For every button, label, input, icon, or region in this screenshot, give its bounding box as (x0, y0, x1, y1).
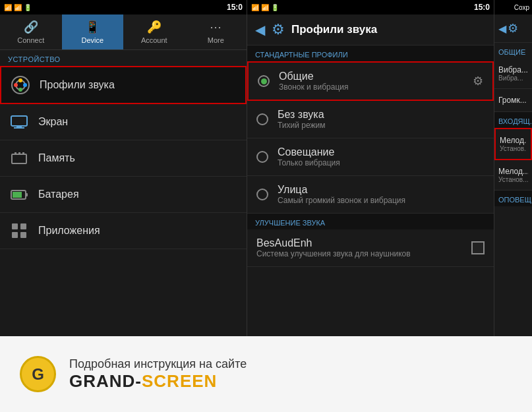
status-icons-2-left: 📶 📶 🔋 (251, 4, 279, 11)
grand-logo-letter: G (32, 365, 44, 384)
status-bar-3: Сохр (494, 0, 532, 15)
enhance-checkbox[interactable] (471, 241, 485, 254)
svg-rect-18 (12, 232, 18, 238)
device-icon: 📱 (85, 20, 100, 34)
account-icon: 🔑 (147, 20, 162, 34)
tab-account-label: Account (141, 36, 167, 44)
svg-point-3 (18, 88, 22, 92)
profile-meeting[interactable]: Совещание Только вибрация (247, 138, 494, 176)
panel3-gromk-text: Громк... (498, 96, 528, 105)
banner-line2-part2: SCREEN (142, 371, 217, 391)
panel-device: 📶 📶 🔋 15:0 🔗 Connect 📱 Device 🔑 Account … (0, 0, 247, 336)
panel3-general-section: ОБЩИЕ (494, 43, 532, 59)
panel3-gromk[interactable]: Громк... (494, 89, 532, 112)
signal2-icon: 📶 (261, 4, 269, 11)
panel3-melod2-sub: Установ... видеову... (498, 176, 528, 183)
svg-rect-11 (18, 152, 20, 155)
banner-line1: Подробная инструкция на сайте (69, 357, 247, 371)
enhance-besaudenh-text: BesAudEnh Система улучшения звука для на… (256, 237, 462, 258)
profile-silent-text: Без звука Тихий режим (278, 109, 485, 130)
battery-label: Батарея (38, 189, 79, 200)
panel3-melod1-text: Мелод... (500, 136, 527, 145)
svg-rect-10 (15, 152, 16, 155)
sim-icon: 📶 (4, 4, 12, 11)
profile-general-text: Общие Звонок и вибрация (279, 71, 463, 92)
menu-item-screen[interactable]: Экран (0, 104, 247, 140)
memory-label: Память (38, 152, 75, 164)
svg-point-4 (14, 83, 18, 87)
enhance-besaudenh-sub: Система улучшения звука для наушников (256, 249, 462, 258)
svg-point-2 (18, 78, 22, 82)
profile-silent-name: Без звука (278, 109, 485, 121)
panel3-vibra-text: Вибра... (498, 65, 528, 74)
banner-line2-part1: GRAND- (69, 371, 142, 391)
apps-label: Приложения (38, 225, 100, 237)
battery2-icon: 🔋 (271, 4, 279, 11)
panel2-title: Профили звука (291, 23, 377, 36)
panel3-melod1-sub: Установ... речевых... (500, 145, 527, 152)
tab-account[interactable]: 🔑 Account (123, 15, 185, 49)
back-button[interactable]: ◀ (255, 22, 265, 38)
grand-logo: G (20, 356, 56, 392)
svg-rect-17 (20, 223, 26, 229)
panel3-melod1[interactable]: Мелод... Установ... речевых... (494, 128, 532, 160)
signal-icon: 📶 (14, 4, 22, 11)
radio-silent (256, 113, 268, 125)
panel3-incoming-section: ВХОДЯЩ... (494, 112, 532, 128)
tab-device[interactable]: 📱 Device (62, 15, 124, 49)
profile-meeting-text: Совещание Только вибрация (278, 146, 485, 167)
svg-rect-14 (26, 193, 28, 196)
enhance-besaudenh[interactable]: BesAudEnh Система улучшения звука для на… (247, 229, 494, 267)
more-icon: ⋯ (210, 20, 222, 34)
profile-street[interactable]: Улица Самый громкий звонок и вибрация (247, 176, 494, 214)
svg-rect-15 (13, 192, 22, 198)
panel2-header-icon: ⚙ (272, 21, 285, 38)
menu-item-battery[interactable]: Батарея (0, 177, 247, 213)
radio-street (256, 189, 268, 200)
connect-icon: 🔗 (24, 20, 38, 34)
menu-item-memory[interactable]: Память (0, 140, 247, 177)
sound-profile-label: Профили звука (40, 79, 115, 91)
tab-connect[interactable]: 🔗 Connect (0, 15, 62, 49)
menu-item-sound[interactable]: Профили звука (0, 66, 247, 104)
status-bar-2: 📶 📶 🔋 15:0 (247, 0, 494, 15)
panel3-back-icon[interactable]: ◀ (498, 22, 506, 35)
battery-icon: 🔋 (24, 4, 32, 11)
sim2-icon: 📶 (251, 4, 259, 11)
panel3-opovesc-section: ОПОВЕЩ... (494, 191, 532, 206)
profile-general[interactable]: Общие Звонок и вибрация ⚙ (247, 61, 494, 101)
panel3-header: ◀ ⚙ (494, 15, 532, 43)
panel-general-settings: Сохр ◀ ⚙ ОБЩИЕ Вибра... Вибра... Громк..… (494, 0, 532, 336)
profile-general-gear[interactable]: ⚙ (473, 74, 483, 88)
profile-silent-sub: Тихий режим (278, 121, 485, 130)
enhance-besaudenh-name: BesAudEnh (256, 237, 462, 249)
profile-meeting-name: Совещание (278, 146, 485, 158)
radio-meeting (256, 151, 268, 163)
status-time-3: Сохр (514, 4, 529, 11)
standard-section-label: СТАНДАРТНЫЕ ПРОФИЛИ (247, 45, 494, 61)
profile-street-text: Улица Самый громкий звонок и вибрация (278, 184, 485, 205)
tab-more[interactable]: ⋯ More (185, 15, 247, 49)
panel3-vibra-sub: Вибра... (498, 74, 528, 82)
tab-bar: 🔗 Connect 📱 Device 🔑 Account ⋯ More (0, 15, 247, 50)
tab-device-label: Device (81, 36, 103, 44)
device-section-label: УСТРОЙСТВО (0, 50, 247, 66)
panel-sound-profiles: 📶 📶 🔋 15:0 ◀ ⚙ Профили звука СТАНДАРТНЫЕ… (247, 0, 494, 336)
svg-rect-9 (12, 154, 26, 163)
tab-connect-label: Connect (17, 36, 44, 44)
profile-silent[interactable]: Без звука Тихий режим (247, 101, 494, 138)
profile-street-sub: Самый громкий звонок и вибрация (278, 196, 485, 205)
screen-icon (9, 112, 29, 132)
menu-item-apps[interactable]: Приложения (0, 213, 247, 249)
panel3-gear-icon: ⚙ (508, 21, 518, 36)
profile-general-name: Общие (279, 71, 463, 82)
panel2-header: ◀ ⚙ Профили звука (247, 15, 494, 45)
apps-icon (9, 221, 29, 241)
panel3-vibra[interactable]: Вибра... Вибра... (494, 59, 532, 89)
panel3-melod2-text: Мелод... (498, 167, 528, 176)
status-bar-1: 📶 📶 🔋 15:0 (0, 0, 247, 15)
radio-general (258, 75, 270, 87)
svg-point-5 (23, 83, 27, 87)
panel3-melod2[interactable]: Мелод... Установ... видеову... (494, 160, 532, 191)
memory-icon (9, 148, 29, 168)
